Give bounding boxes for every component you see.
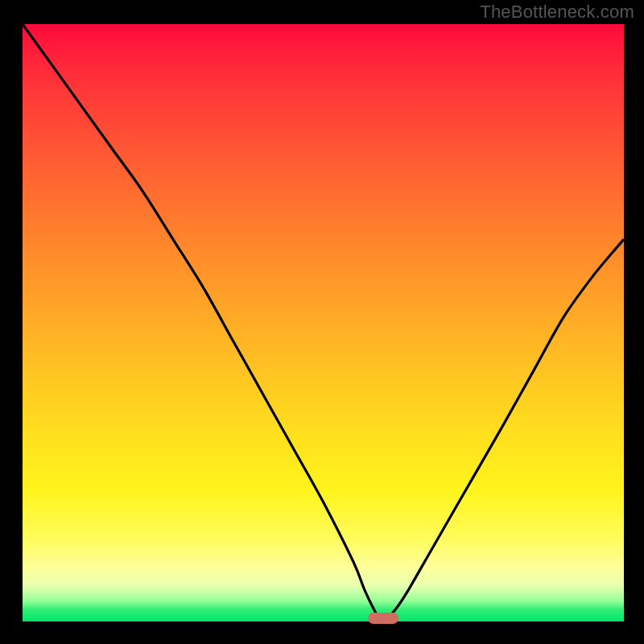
- curve-path: [23, 24, 624, 621]
- watermark-text: TheBottleneck.com: [480, 2, 634, 23]
- chart-frame: TheBottleneck.com: [0, 0, 644, 644]
- minimum-marker: [368, 613, 398, 624]
- plot-area: [23, 24, 624, 621]
- bottleneck-curve: [23, 24, 624, 621]
